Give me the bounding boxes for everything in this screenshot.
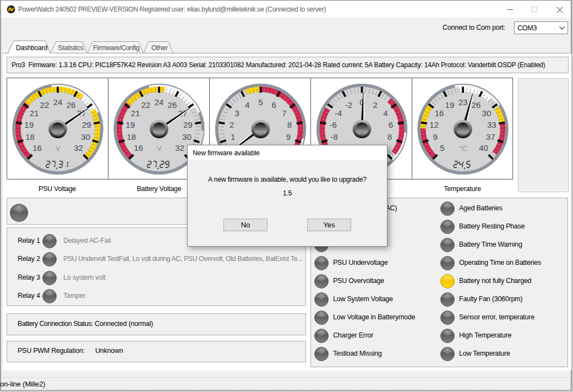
- svg-text:1: 1: [231, 132, 235, 141]
- svg-text:Statistics: Statistics: [58, 44, 84, 52]
- svg-text:9: 9: [286, 132, 291, 141]
- svg-text:-6: -6: [330, 120, 337, 129]
- svg-text:-8: -8: [330, 132, 337, 141]
- svg-text:3: 3: [234, 108, 239, 118]
- svg-text:6: 6: [389, 120, 393, 129]
- svg-text:5: 5: [440, 143, 444, 153]
- svg-text:19: 19: [445, 100, 455, 110]
- svg-text:40: 40: [479, 143, 488, 153]
- svg-text:19: 19: [24, 120, 34, 129]
- svg-text:22: 22: [141, 100, 151, 110]
- svg-text:4: 4: [383, 108, 388, 118]
- svg-text:7: 7: [282, 108, 286, 118]
- svg-text:26: 26: [67, 100, 76, 110]
- svg-text:16: 16: [32, 143, 42, 153]
- svg-text:37: 37: [486, 132, 495, 141]
- svg-text:12: 12: [429, 120, 439, 129]
- svg-text:19: 19: [125, 120, 135, 129]
- svg-text:5: 5: [258, 97, 263, 107]
- svg-text:V: V: [56, 144, 61, 153]
- svg-text:16: 16: [134, 143, 143, 153]
- svg-text:°C: °C: [459, 144, 467, 153]
- svg-text:Firmware/Config: Firmware/Config: [93, 44, 140, 52]
- svg-text:Dashboard: Dashboard: [16, 44, 47, 52]
- svg-text:8: 8: [388, 132, 392, 141]
- svg-text:-2: -2: [345, 100, 352, 110]
- svg-text:V: V: [157, 144, 162, 153]
- svg-text:Other: Other: [151, 44, 168, 52]
- svg-text:32: 32: [175, 143, 184, 153]
- svg-text:16: 16: [435, 108, 444, 118]
- svg-text:32: 32: [74, 143, 83, 153]
- svg-text:26: 26: [168, 100, 177, 110]
- svg-text:6: 6: [271, 100, 276, 110]
- svg-text:4: 4: [245, 100, 249, 110]
- svg-text:9: 9: [433, 132, 437, 141]
- svg-text:23: 23: [459, 97, 468, 107]
- svg-text:30: 30: [81, 132, 90, 141]
- svg-text:21: 21: [30, 108, 39, 118]
- svg-text:30: 30: [482, 108, 492, 118]
- svg-text:22: 22: [40, 100, 50, 110]
- svg-text:29: 29: [183, 120, 193, 129]
- svg-text:26: 26: [472, 100, 481, 110]
- svg-text:18: 18: [25, 132, 35, 141]
- svg-text:-4: -4: [335, 108, 342, 118]
- svg-text:2: 2: [373, 100, 377, 110]
- svg-text:21: 21: [131, 108, 140, 118]
- svg-text:24: 24: [53, 97, 63, 107]
- svg-text:18: 18: [127, 132, 136, 141]
- svg-text:30: 30: [182, 132, 192, 141]
- svg-text:0: 0: [359, 97, 364, 107]
- svg-text:24: 24: [155, 97, 164, 107]
- svg-text:33: 33: [487, 120, 496, 129]
- svg-text:8: 8: [287, 120, 292, 129]
- svg-text:2: 2: [230, 120, 234, 129]
- svg-text:29: 29: [82, 120, 91, 129]
